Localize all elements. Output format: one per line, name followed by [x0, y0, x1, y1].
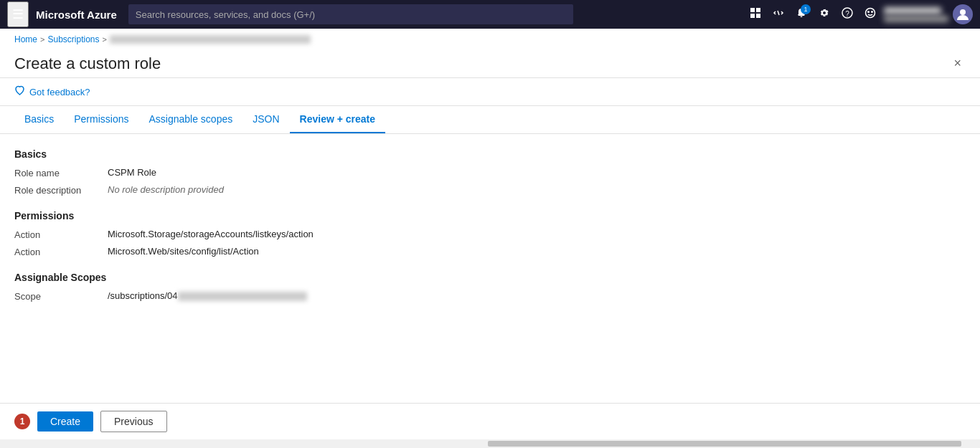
notification-count: 1: [801, 4, 811, 14]
tab-permissions[interactable]: Permissions: [64, 106, 138, 133]
action-row-2: Action Microsoft.Web/sites/config/list/A…: [14, 246, 966, 257]
svg-line-4: [778, 11, 779, 15]
brand-name: Microsoft Azure: [36, 9, 117, 21]
notifications-btn[interactable]: 1: [792, 4, 811, 24]
role-name-label: Role name: [14, 167, 108, 178]
tab-json[interactable]: JSON: [242, 106, 289, 133]
action-value-1: Microsoft.Storage/storageAccounts/listke…: [108, 229, 314, 239]
page-container: Home > Subscriptions > Create a custom r…: [0, 29, 980, 448]
avatar[interactable]: [953, 4, 973, 24]
role-description-row: Role description No role description pro…: [14, 184, 966, 196]
svg-point-10: [960, 9, 966, 15]
assignable-scopes-section: Assignable Scopes Scope /subscriptions/0…: [14, 272, 966, 302]
search-input[interactable]: [128, 4, 573, 24]
heart-icon: [14, 85, 25, 98]
dialog-header: Create a custom role ×: [0, 47, 980, 78]
create-button[interactable]: Create: [37, 411, 93, 432]
role-description-label: Role description: [14, 184, 108, 196]
breadcrumb-subscriptions[interactable]: Subscriptions: [47, 34, 99, 44]
breadcrumb-home[interactable]: Home: [14, 34, 37, 44]
action-row-1: Action Microsoft.Storage/storageAccounts…: [14, 229, 966, 240]
action-label-2: Action: [14, 246, 108, 257]
breadcrumb: Home > Subscriptions >: [0, 29, 980, 47]
permissions-section: Permissions Action Microsoft.Storage/sto…: [14, 210, 966, 257]
tab-basics[interactable]: Basics: [14, 106, 64, 133]
content-area: Basics Role name CSPM Role Role descript…: [0, 134, 980, 403]
topbar-icons: 1 ?: [746, 4, 973, 24]
basics-section: Basics Role name CSPM Role Role descript…: [14, 148, 966, 196]
step-badge: 1: [14, 414, 30, 429]
bottom-bar: 1 Create Previous: [0, 403, 980, 439]
topbar: ☰ Microsoft Azure 1 ?: [0, 0, 980, 29]
assignable-scopes-heading: Assignable Scopes: [14, 272, 966, 283]
horizontal-scrollbar[interactable]: [0, 439, 980, 448]
previous-button[interactable]: Previous: [100, 411, 166, 432]
breadcrumb-sep-2: >: [103, 35, 107, 44]
close-button[interactable]: ×: [949, 54, 966, 72]
hscroll-thumb[interactable]: [488, 441, 961, 447]
user-info: [884, 7, 948, 22]
settings-btn[interactable]: [815, 4, 834, 24]
cloud-shell-btn[interactable]: [769, 4, 788, 24]
role-description-value: No role description provided: [108, 184, 224, 195]
feedback-label[interactable]: Got feedback?: [29, 87, 90, 97]
svg-point-8: [868, 11, 870, 13]
role-name-value: CSPM Role: [108, 167, 156, 178]
svg-rect-1: [756, 8, 760, 12]
action-value-2: Microsoft.Web/sites/config/list/Action: [108, 246, 259, 257]
feedback-bar: Got feedback?: [0, 78, 980, 106]
svg-point-7: [866, 9, 875, 18]
svg-point-9: [872, 11, 873, 13]
dialog-title: Create a custom role: [14, 54, 161, 73]
help-btn[interactable]: ?: [838, 4, 857, 24]
permissions-heading: Permissions: [14, 210, 966, 221]
svg-text:?: ?: [845, 10, 849, 18]
svg-rect-2: [750, 14, 755, 18]
tab-review-create[interactable]: Review + create: [290, 106, 385, 133]
scope-row: Scope /subscriptions/04: [14, 290, 966, 302]
svg-rect-0: [750, 8, 755, 12]
breadcrumb-sep-1: >: [40, 35, 44, 44]
feedback-smiley-btn[interactable]: [861, 4, 880, 24]
portal-icon-btn[interactable]: [746, 4, 765, 24]
scope-value: /subscriptions/04: [108, 290, 307, 301]
svg-rect-3: [756, 14, 760, 18]
tab-assignable-scopes[interactable]: Assignable scopes: [138, 106, 242, 133]
hamburger-menu[interactable]: ☰: [7, 1, 29, 27]
breadcrumb-resource: [110, 35, 311, 44]
tabs-container: Basics Permissions Assignable scopes JSO…: [0, 106, 980, 134]
scope-label: Scope: [14, 290, 108, 302]
role-name-row: Role name CSPM Role: [14, 167, 966, 178]
basics-heading: Basics: [14, 148, 966, 160]
action-label-1: Action: [14, 229, 108, 240]
